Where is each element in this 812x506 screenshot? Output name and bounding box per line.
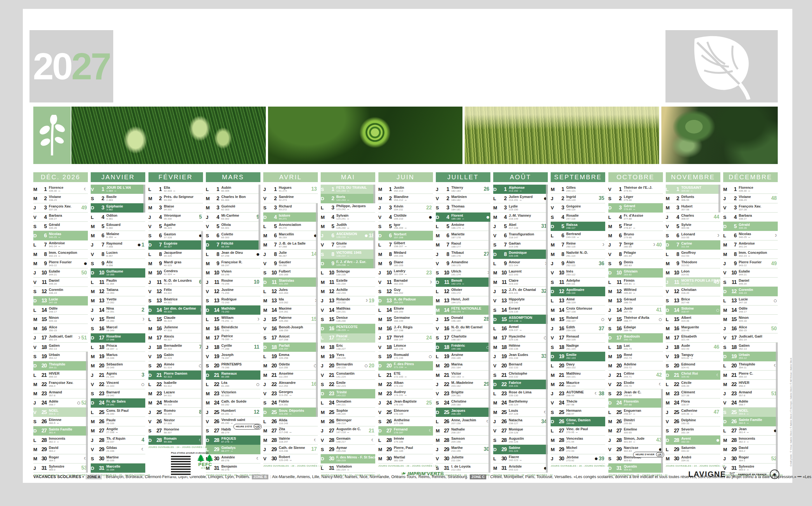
saint-name: Alida xyxy=(279,418,318,422)
day-letter: L xyxy=(91,279,96,285)
day-cell: M16Bénédicte75-290 xyxy=(206,324,260,333)
day-letter: L xyxy=(378,308,384,313)
day-letter: V xyxy=(378,215,384,220)
event-marks-icon: ▪▪ xyxy=(520,329,522,331)
day-of-year: 134-231 xyxy=(336,310,375,313)
day-cell: M1Justin152-213 xyxy=(378,185,433,194)
saint-name: Davy xyxy=(566,363,605,366)
day-cell: D15ASSOMPTION227-138▪▪ xyxy=(493,315,548,324)
day-right-info: ○ xyxy=(659,315,662,324)
day-letter: D xyxy=(91,466,96,471)
day-cell: S25NOËL359-6▪▪ xyxy=(723,408,778,417)
day-number: 12 xyxy=(671,288,679,294)
day-number: 26 xyxy=(499,418,507,424)
day-cell: J18Cyrille77-28811 xyxy=(206,343,260,352)
saint-name: Marguerite xyxy=(681,326,720,329)
day-cell: M25Sophie145-220 xyxy=(321,408,375,417)
day-number: 29 xyxy=(729,446,736,452)
day-number: 18 xyxy=(326,344,334,350)
day-number: 27 xyxy=(211,428,219,434)
saint-name: Émeline xyxy=(624,428,663,431)
day-number: 14 xyxy=(729,307,736,313)
saint-name: Gaétan xyxy=(509,242,548,245)
saint-name: Isidore xyxy=(279,214,318,217)
saint-name: Daniel xyxy=(49,279,88,282)
week-number: 25 xyxy=(426,400,432,406)
day-letter: J xyxy=(723,391,729,396)
day-number: 8 xyxy=(154,251,162,257)
day-of-year: 132-233 xyxy=(336,291,375,294)
day-cell: L10Solange130-235 xyxy=(321,268,375,277)
day-of-year: 325-40 xyxy=(681,375,720,378)
time-change-value: -1h xyxy=(656,452,663,457)
day-letter: M xyxy=(378,326,384,331)
day-of-year: 111-254 xyxy=(279,375,318,378)
saint-name: Victorien xyxy=(221,391,260,394)
day-letter: L xyxy=(91,410,96,415)
day-letter: S xyxy=(91,196,96,201)
saint-name: Denise xyxy=(336,316,375,320)
day-right-info: 47 xyxy=(714,408,719,417)
day-cell: S30Martine30-335 xyxy=(91,454,145,463)
day-of-year: 24-341 xyxy=(106,403,145,406)
day-cell: L9Amour221-144☽ xyxy=(493,259,548,268)
day-of-year: 232-133 xyxy=(509,366,548,369)
day-letter: M xyxy=(436,233,441,238)
moon-phase-icon: ● xyxy=(84,262,87,265)
saint-name: Agathe xyxy=(164,223,203,227)
day-right-info: ☽19 xyxy=(365,296,375,305)
saint-name: Hélène xyxy=(509,344,548,347)
day-number: 31 xyxy=(326,465,334,471)
day-of-year: 137-228▪▪ xyxy=(336,338,375,341)
day-of-year: 25-340 xyxy=(106,412,145,415)
day-cell: M3Lydie215-150 xyxy=(493,203,548,213)
day-cell: J2Ingrid245-12035 xyxy=(551,194,605,203)
day-number: 1 xyxy=(441,186,449,192)
saint-name: Christophe xyxy=(509,372,548,375)
saint-name: Patrice xyxy=(221,334,260,338)
day-letter: J xyxy=(666,279,671,285)
day-letter: M xyxy=(723,308,729,313)
day-of-year: 257-108 xyxy=(566,310,605,313)
saint-name: Léger xyxy=(624,195,663,198)
saint-name: Basile xyxy=(106,195,145,198)
day-of-year: 82-283 xyxy=(221,394,260,397)
day-letter: M xyxy=(206,326,211,331)
day-number: 23 xyxy=(441,391,449,397)
day-letter: V xyxy=(608,447,614,452)
plant-branch-tile xyxy=(33,107,71,164)
day-letter: S xyxy=(149,298,154,303)
day-letter: V xyxy=(321,437,326,443)
event-marks-icon: ▪▪ xyxy=(347,190,349,192)
day-cell: S13Brice317-48 xyxy=(666,296,720,306)
day-number: 12 xyxy=(556,288,564,294)
day-cell: J10Landry161-204▪▪23 xyxy=(378,268,433,277)
day-cell: M12Tatiana12-353 xyxy=(91,287,145,296)
day-cell: D21Pierre Damien52-313 xyxy=(149,370,203,380)
saint-name: Cécile xyxy=(681,381,720,385)
day-of-year: 242-123▪▪ xyxy=(509,459,548,462)
day-of-year: 335-30▪▪ xyxy=(739,189,778,192)
saint-name: Visitation xyxy=(336,465,375,468)
saint-name: Marcelle xyxy=(106,465,145,468)
saint-name: Benoît xyxy=(451,279,490,282)
day-of-year: 229-136 xyxy=(509,338,548,341)
saint-name: Pascal xyxy=(336,334,375,338)
jours-ouvrables-line: JOURS OUVRABLES : 26 - JOURS OUVRÉS : 22 xyxy=(263,465,318,467)
saint-name: Christian xyxy=(681,288,720,291)
day-letter: L xyxy=(149,382,154,387)
day-letter: L xyxy=(378,372,384,378)
day-letter: M xyxy=(378,186,384,192)
day-of-year: 233-132 xyxy=(509,375,548,378)
day-of-year: 300-65 xyxy=(624,431,663,434)
day-letter: D xyxy=(666,308,671,313)
day-cell: S12Corentin346-19 xyxy=(33,287,88,296)
day-letter: D xyxy=(378,233,384,238)
day-cell: M1Florence335-30▪▪ xyxy=(723,185,778,194)
day-letter: M xyxy=(608,419,614,424)
day-letter: S xyxy=(33,354,39,359)
day-number: 27 xyxy=(441,428,449,434)
day-number: 9 xyxy=(269,260,277,266)
day-number: 5 xyxy=(499,223,507,229)
saint-name: ÉTÉ xyxy=(394,372,433,375)
